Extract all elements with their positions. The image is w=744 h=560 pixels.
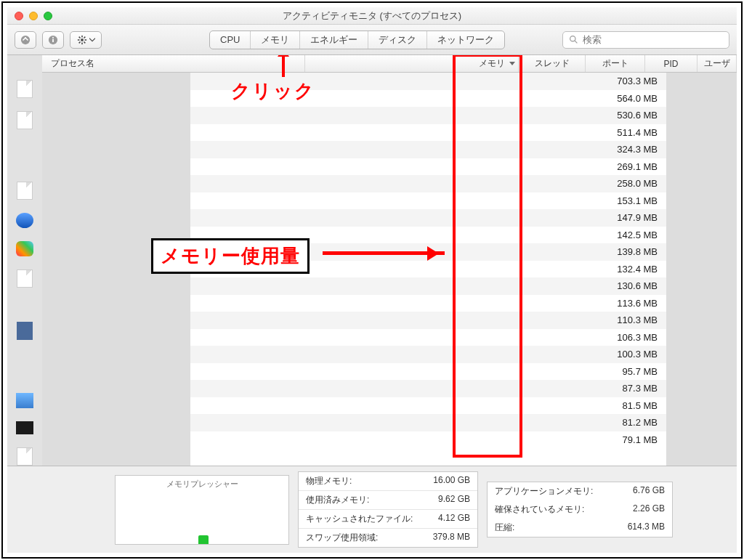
svg-point-0 (21, 35, 30, 44)
memory-cell: 258.0 MB (601, 178, 666, 189)
table-row[interactable]: 95.7 MB (190, 363, 666, 381)
dock-strip (7, 55, 42, 466)
finder-icon (16, 393, 33, 408)
file-icon (17, 182, 33, 200)
column-header-process[interactable]: プロセス名 (42, 55, 305, 72)
main-area: プロセス名 メモリ スレッド ポート PID ユーザ 703.3 MB564.0… (7, 55, 737, 466)
memory-cell: 79.1 MB (601, 434, 666, 445)
column-header-threads[interactable]: スレッド (519, 55, 586, 72)
memory-cell: 113.6 MB (601, 298, 666, 309)
memory-cell: 130.6 MB (601, 280, 666, 291)
footer-panel: メモリプレッシャー 物理メモリ:16.00 GB 使用済みメモリ:9.62 GB… (7, 466, 737, 553)
svg-rect-9 (77, 39, 79, 41)
used-memory-label: 使用済みメモリ: (306, 494, 369, 506)
table-row[interactable]: 106.3 MB (190, 329, 666, 346)
used-memory-value: 9.62 GB (438, 494, 470, 506)
table-row[interactable]: 100.3 MB (190, 346, 666, 363)
table-row[interactable]: 324.3 MB (190, 141, 666, 158)
memory-cell: 81.5 MB (601, 400, 666, 411)
creative-cloud-icon (16, 241, 33, 256)
table-row[interactable]: 81.2 MB (190, 414, 666, 431)
file-icon (17, 111, 33, 129)
titlebar: アクティビティモニタ (すべてのプロセス) (7, 7, 737, 25)
memory-cell: 139.8 MB (601, 246, 666, 257)
app-memory-value: 6.76 GB (633, 485, 665, 498)
memory-pressure-chart: メモリプレッシャー (115, 475, 289, 545)
memory-cell: 106.3 MB (601, 332, 666, 343)
compressed-memory-value: 614.3 MB (628, 522, 665, 534)
tab-cpu[interactable]: CPU (210, 31, 250, 49)
table-row[interactable]: 530.6 MB (190, 107, 666, 124)
table-row[interactable]: 110.3 MB (190, 312, 666, 329)
svg-rect-10 (84, 39, 86, 41)
svg-rect-7 (81, 35, 83, 37)
window-close-button[interactable] (15, 12, 23, 20)
annotation-arrow-right-icon (323, 251, 445, 255)
memory-cell: 153.1 MB (601, 195, 666, 206)
memory-cell: 132.4 MB (601, 264, 666, 275)
svg-line-16 (575, 41, 577, 43)
memory-cell: 703.3 MB (601, 76, 666, 86)
annotation-memory-usage-label: メモリー使用量 (151, 238, 310, 274)
table-row[interactable]: 79.1 MB (190, 431, 666, 449)
file-icon (17, 80, 33, 98)
column-header-pid[interactable]: PID (645, 55, 698, 72)
table-row[interactable]: 269.1 MB (190, 158, 666, 176)
annotation-click-label: クリック (231, 78, 315, 104)
settings-button[interactable] (70, 31, 102, 49)
search-field[interactable] (562, 31, 729, 49)
cached-files-label: キャッシュされたファイル: (306, 513, 413, 525)
memory-stats-left: 物理メモリ:16.00 GB 使用済みメモリ:9.62 GB キャッシュされたフ… (298, 471, 478, 548)
memory-stats-right: アプリケーションメモリ:6.76 GB 確保されているメモリ:2.26 GB 圧… (487, 482, 673, 537)
svg-rect-4 (52, 38, 54, 41)
tab-network[interactable]: ネットワーク (426, 31, 504, 49)
info-button[interactable] (42, 31, 64, 49)
search-icon (569, 35, 578, 44)
svg-point-15 (570, 36, 575, 41)
window-minimize-button[interactable] (29, 12, 38, 20)
swap-used-value: 379.8 MB (433, 532, 470, 544)
window-title: アクティビティモニタ (すべてのプロセス) (7, 9, 737, 23)
file-icon (17, 447, 33, 466)
svg-point-5 (52, 36, 54, 38)
table-row[interactable]: 87.3 MB (190, 380, 666, 397)
tab-energy[interactable]: エネルギー (299, 31, 368, 49)
table-row[interactable]: 130.6 MB (190, 277, 666, 295)
wired-memory-label: 確保されているメモリ: (495, 503, 584, 516)
pressure-indicator-icon (198, 535, 209, 544)
window-zoom-button[interactable] (44, 12, 52, 20)
svg-rect-12 (78, 41, 81, 43)
memory-cell: 81.2 MB (601, 417, 666, 428)
table-row[interactable]: 153.1 MB (190, 192, 666, 210)
stop-process-button[interactable] (15, 31, 36, 49)
activity-monitor-window: アクティビティモニタ (すべてのプロセス) CPU メモリ エネルギー ディスク… (7, 7, 737, 553)
swap-used-label: スワップ使用領域: (306, 532, 378, 544)
search-input[interactable] (583, 34, 723, 45)
tab-group: CPU メモリ エネルギー ディスク ネットワーク (209, 31, 505, 49)
memory-cell: 324.3 MB (601, 144, 666, 155)
svg-rect-11 (83, 36, 85, 38)
physical-memory-label: 物理メモリ: (306, 475, 352, 487)
column-header-user[interactable]: ユーザ (698, 55, 737, 72)
memory-pressure-label: メモリプレッシャー (116, 476, 288, 490)
memory-cell: 147.9 MB (601, 212, 666, 223)
sort-indicator-icon (509, 62, 515, 66)
compressed-memory-label: 圧縮: (495, 522, 514, 534)
tab-memory[interactable]: メモリ (250, 31, 299, 49)
table-row[interactable]: 511.4 MB (190, 124, 666, 142)
safari-icon (16, 213, 33, 228)
column-headers: プロセス名 メモリ スレッド ポート PID ユーザ (42, 55, 737, 73)
column-header-memory[interactable]: メモリ (453, 55, 519, 72)
column-header-ports[interactable]: ポート (586, 55, 645, 72)
memory-cell: 95.7 MB (601, 366, 666, 377)
app-memory-label: アプリケーションメモリ: (495, 485, 593, 498)
table-row[interactable]: 113.6 MB (190, 295, 666, 312)
physical-memory-value: 16.00 GB (433, 475, 470, 487)
terminal-icon (16, 421, 33, 434)
tab-disk[interactable]: ディスク (368, 31, 426, 49)
svg-rect-14 (83, 41, 85, 43)
table-row[interactable]: 81.5 MB (190, 397, 666, 415)
table-row[interactable]: 258.0 MB (190, 175, 666, 192)
memory-cell: 511.4 MB (601, 127, 666, 138)
table-row[interactable]: 147.9 MB (190, 209, 666, 227)
